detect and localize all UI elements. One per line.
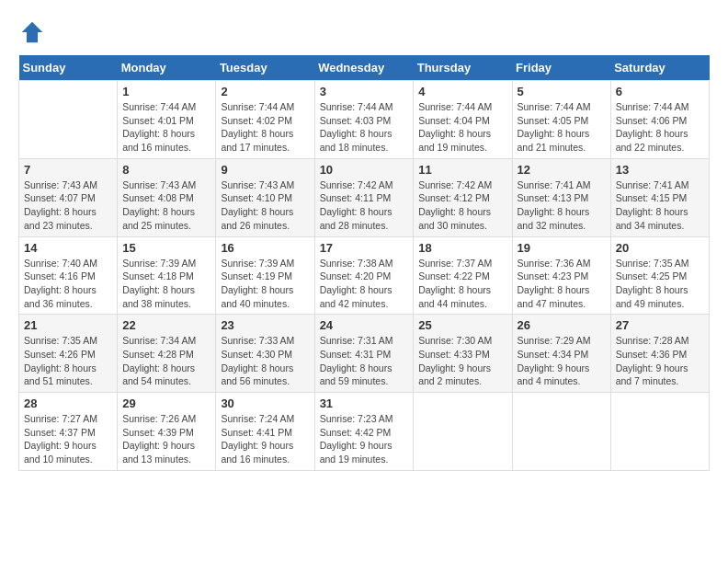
week-row-3: 14Sunrise: 7:40 AMSunset: 4:16 PMDayligh… [19,236,710,315]
day-cell: 21Sunrise: 7:35 AMSunset: 4:26 PMDayligh… [19,315,118,393]
weekday-header-row: SundayMondayTuesdayWednesdayThursdayFrid… [19,55,710,81]
day-cell: 31Sunrise: 7:23 AMSunset: 4:42 PMDayligh… [314,393,414,471]
day-info: Sunrise: 7:31 AMSunset: 4:31 PMDaylight:… [320,334,409,388]
logo [18,18,50,46]
day-info: Sunrise: 7:40 AMSunset: 4:16 PMDaylight:… [24,257,112,311]
day-cell: 1Sunrise: 7:44 AMSunset: 4:01 PMDaylight… [118,81,216,159]
day-info: Sunrise: 7:44 AMSunset: 4:01 PMDaylight:… [122,100,210,155]
day-number: 18 [418,241,506,255]
day-number: 29 [122,396,210,410]
day-cell: 22Sunrise: 7:34 AMSunset: 4:28 PMDayligh… [118,315,216,393]
day-cell [19,81,118,159]
day-number: 26 [518,318,606,332]
day-cell: 10Sunrise: 7:42 AMSunset: 4:11 PMDayligh… [314,158,414,236]
day-info: Sunrise: 7:23 AMSunset: 4:42 PMDaylight:… [320,412,409,466]
day-number: 12 [518,163,606,177]
weekday-header-saturday: Saturday [610,55,709,81]
day-cell: 25Sunrise: 7:30 AMSunset: 4:33 PMDayligh… [414,315,512,393]
day-number: 28 [24,396,112,410]
day-info: Sunrise: 7:44 AMSunset: 4:05 PMDaylight:… [518,100,606,155]
day-info: Sunrise: 7:38 AMSunset: 4:20 PMDaylight:… [320,257,409,311]
day-number: 10 [320,163,409,177]
page-header [18,18,710,46]
day-number: 5 [518,85,606,98]
day-cell: 26Sunrise: 7:29 AMSunset: 4:34 PMDayligh… [512,315,610,393]
day-info: Sunrise: 7:44 AMSunset: 4:03 PMDaylight:… [320,100,409,155]
day-number: 9 [221,163,309,177]
day-number: 14 [24,241,112,255]
day-number: 25 [418,318,506,332]
week-row-1: 1Sunrise: 7:44 AMSunset: 4:01 PMDaylight… [19,81,710,159]
day-cell [414,393,512,471]
day-number: 4 [418,85,506,98]
weekday-header-sunday: Sunday [19,55,118,81]
day-info: Sunrise: 7:29 AMSunset: 4:34 PMDaylight:… [518,334,606,388]
day-info: Sunrise: 7:26 AMSunset: 4:39 PMDaylight:… [122,412,210,466]
day-info: Sunrise: 7:42 AMSunset: 4:12 PMDaylight:… [418,178,506,233]
day-number: 20 [616,241,704,255]
day-info: Sunrise: 7:44 AMSunset: 4:02 PMDaylight:… [221,100,309,155]
day-cell: 9Sunrise: 7:43 AMSunset: 4:10 PMDaylight… [216,158,314,236]
day-info: Sunrise: 7:24 AMSunset: 4:41 PMDaylight:… [221,412,309,466]
day-info: Sunrise: 7:27 AMSunset: 4:37 PMDaylight:… [24,412,112,466]
day-info: Sunrise: 7:39 AMSunset: 4:18 PMDaylight:… [122,257,210,311]
day-cell: 4Sunrise: 7:44 AMSunset: 4:04 PMDaylight… [414,81,512,159]
day-cell: 17Sunrise: 7:38 AMSunset: 4:20 PMDayligh… [314,236,414,315]
weekday-header-monday: Monday [118,55,216,81]
day-info: Sunrise: 7:43 AMSunset: 4:10 PMDaylight:… [221,178,309,233]
day-info: Sunrise: 7:28 AMSunset: 4:36 PMDaylight:… [616,334,704,388]
day-cell [610,393,709,471]
day-info: Sunrise: 7:35 AMSunset: 4:25 PMDaylight:… [616,257,704,311]
svg-marker-0 [22,22,43,43]
day-info: Sunrise: 7:44 AMSunset: 4:06 PMDaylight:… [616,100,704,155]
day-cell: 15Sunrise: 7:39 AMSunset: 4:18 PMDayligh… [118,236,216,315]
day-cell: 13Sunrise: 7:41 AMSunset: 4:15 PMDayligh… [610,158,709,236]
weekday-header-thursday: Thursday [414,55,512,81]
weekday-header-friday: Friday [512,55,610,81]
day-number: 19 [518,241,606,255]
day-info: Sunrise: 7:34 AMSunset: 4:28 PMDaylight:… [122,334,210,388]
day-info: Sunrise: 7:35 AMSunset: 4:26 PMDaylight:… [24,334,112,388]
day-info: Sunrise: 7:42 AMSunset: 4:11 PMDaylight:… [320,178,409,233]
day-number: 31 [320,396,409,410]
week-row-5: 28Sunrise: 7:27 AMSunset: 4:37 PMDayligh… [19,393,710,471]
day-number: 1 [122,85,210,98]
week-row-4: 21Sunrise: 7:35 AMSunset: 4:26 PMDayligh… [19,315,710,393]
day-info: Sunrise: 7:41 AMSunset: 4:13 PMDaylight:… [518,178,606,233]
day-cell: 7Sunrise: 7:43 AMSunset: 4:07 PMDaylight… [19,158,118,236]
day-cell: 28Sunrise: 7:27 AMSunset: 4:37 PMDayligh… [19,393,118,471]
day-number: 17 [320,241,409,255]
day-number: 16 [221,241,309,255]
day-cell: 30Sunrise: 7:24 AMSunset: 4:41 PMDayligh… [216,393,314,471]
day-info: Sunrise: 7:41 AMSunset: 4:15 PMDaylight:… [616,178,704,233]
day-cell: 20Sunrise: 7:35 AMSunset: 4:25 PMDayligh… [610,236,709,315]
day-cell: 5Sunrise: 7:44 AMSunset: 4:05 PMDaylight… [512,81,610,159]
day-cell: 3Sunrise: 7:44 AMSunset: 4:03 PMDaylight… [314,81,414,159]
day-cell: 29Sunrise: 7:26 AMSunset: 4:39 PMDayligh… [118,393,216,471]
day-info: Sunrise: 7:39 AMSunset: 4:19 PMDaylight:… [221,257,309,311]
week-row-2: 7Sunrise: 7:43 AMSunset: 4:07 PMDaylight… [19,158,710,236]
day-number: 30 [221,396,309,410]
day-number: 11 [418,163,506,177]
day-number: 15 [122,241,210,255]
day-number: 8 [122,163,210,177]
calendar-table: SundayMondayTuesdayWednesdayThursdayFrid… [18,55,710,471]
day-number: 13 [616,163,704,177]
day-cell: 11Sunrise: 7:42 AMSunset: 4:12 PMDayligh… [414,158,512,236]
day-cell: 19Sunrise: 7:36 AMSunset: 4:23 PMDayligh… [512,236,610,315]
day-cell: 16Sunrise: 7:39 AMSunset: 4:19 PMDayligh… [216,236,314,315]
day-cell: 6Sunrise: 7:44 AMSunset: 4:06 PMDaylight… [610,81,709,159]
day-cell: 23Sunrise: 7:33 AMSunset: 4:30 PMDayligh… [216,315,314,393]
day-info: Sunrise: 7:37 AMSunset: 4:22 PMDaylight:… [418,257,506,311]
day-info: Sunrise: 7:30 AMSunset: 4:33 PMDaylight:… [418,334,506,388]
day-info: Sunrise: 7:33 AMSunset: 4:30 PMDaylight:… [221,334,309,388]
day-number: 21 [24,318,112,332]
day-cell: 12Sunrise: 7:41 AMSunset: 4:13 PMDayligh… [512,158,610,236]
day-number: 27 [616,318,704,332]
day-number: 24 [320,318,409,332]
day-number: 2 [221,85,309,98]
logo-icon [18,18,46,46]
day-cell [512,393,610,471]
day-cell: 18Sunrise: 7:37 AMSunset: 4:22 PMDayligh… [414,236,512,315]
day-info: Sunrise: 7:43 AMSunset: 4:08 PMDaylight:… [122,178,210,233]
